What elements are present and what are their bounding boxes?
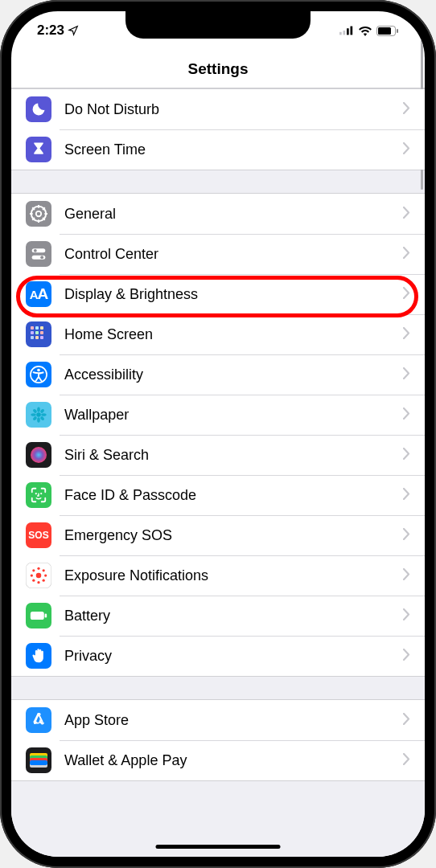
display-icon: AA [26,281,51,307]
settings-row-appstore[interactable]: App Store [11,700,425,740]
faceid-icon [26,482,51,508]
wallet-icon [26,747,51,773]
chevron-right-icon [403,568,410,583]
chevron-right-icon [403,448,410,463]
status-right [339,26,399,36]
settings-row-faceid[interactable]: Face ID & Passcode [11,475,425,515]
notch [125,11,311,39]
svg-point-34 [37,417,40,422]
page-title: Settings [188,60,249,78]
svg-rect-5 [378,27,391,35]
row-label: Accessibility [64,366,403,383]
svg-point-31 [37,369,40,372]
svg-point-37 [32,408,37,413]
svg-rect-29 [40,336,43,339]
settings-row-display[interactable]: AADisplay & Brightness [11,274,425,314]
svg-point-40 [39,416,44,420]
svg-point-36 [41,413,46,416]
svg-rect-54 [45,613,47,617]
row-label: App Store [64,712,403,729]
row-label: Control Center [64,246,403,263]
controlcenter-icon [26,241,51,267]
exposure-icon [26,563,51,588]
svg-rect-60 [30,760,47,765]
settings-section: Do Not DisturbScreen Time [11,88,425,170]
appstore-icon [26,707,51,733]
screen: 2:23 Settings Do Not DisturbScreen TimeG… [11,11,425,857]
settings-row-homescreen[interactable]: Home Screen [11,314,425,354]
screentime-icon [26,137,51,162]
settings-row-dnd[interactable]: Do Not Disturb [11,89,425,129]
privacy-icon [26,643,51,669]
svg-rect-26 [40,331,43,334]
svg-rect-2 [347,28,349,35]
settings-row-privacy[interactable]: Privacy [11,636,425,676]
settings-row-sos[interactable]: SOSEmergency SOS [11,515,425,555]
svg-point-47 [31,574,33,576]
svg-rect-21 [31,326,34,330]
chevron-right-icon [403,528,410,543]
navbar: Settings [11,50,425,88]
svg-point-18 [34,249,37,252]
chevron-right-icon [403,247,410,262]
settings-section: App StoreWallet & Apple Pay [11,699,425,781]
svg-point-35 [31,413,35,416]
svg-point-51 [32,579,35,582]
svg-point-43 [40,493,42,494]
svg-rect-25 [35,331,39,334]
iphone-device-frame: 2:23 Settings Do Not DisturbScreen TimeG… [0,0,436,868]
svg-point-42 [35,493,37,494]
chevron-right-icon [403,327,410,342]
chevron-right-icon [403,649,410,664]
location-arrow-icon [68,25,79,36]
svg-point-32 [36,412,41,417]
svg-rect-1 [343,31,346,35]
chevron-right-icon [403,407,410,423]
row-label: Wallet & Apple Pay [64,752,403,769]
settings-section: GeneralControl CenterAADisplay & Brightn… [11,193,425,677]
status-time: 2:23 [37,23,64,39]
row-label: Battery [64,608,403,624]
settings-row-controlcenter[interactable]: Control Center [11,234,425,274]
svg-point-39 [32,416,37,420]
status-left: 2:23 [37,23,79,39]
settings-row-wallet[interactable]: Wallet & Apple Pay [11,740,425,780]
row-label: Privacy [64,648,403,665]
row-label: Face ID & Passcode [64,487,403,504]
settings-list[interactable]: Do Not DisturbScreen TimeGeneralControl … [11,88,425,857]
svg-point-44 [36,573,42,579]
settings-row-battery[interactable]: Battery [11,596,425,636]
svg-point-41 [31,447,47,463]
battery-icon [26,603,51,628]
chevron-right-icon [403,102,410,117]
home-indicator[interactable] [156,845,281,849]
svg-rect-3 [351,27,353,35]
svg-point-46 [37,581,39,583]
accessibility-icon [26,362,51,387]
sos-icon: SOS [26,522,51,548]
settings-row-siri[interactable]: Siri & Search [11,435,425,475]
settings-row-exposure[interactable]: Exposure Notifications [11,555,425,596]
svg-rect-0 [339,32,342,35]
homescreen-icon [26,321,51,347]
svg-rect-53 [31,612,44,620]
row-label: Wallpaper [64,407,403,424]
row-label: Do Not Disturb [64,101,403,118]
svg-rect-22 [35,326,39,330]
svg-rect-6 [397,29,398,33]
svg-rect-23 [40,326,43,330]
settings-row-general[interactable]: General [11,194,425,234]
battery-icon [376,26,399,36]
svg-rect-24 [31,331,34,334]
chevron-right-icon [403,142,410,158]
svg-point-52 [43,579,45,582]
settings-row-accessibility[interactable]: Accessibility [11,354,425,395]
settings-row-wallpaper[interactable]: Wallpaper [11,395,425,435]
chevron-right-icon [403,608,410,624]
settings-row-screentime[interactable]: Screen Time [11,129,425,170]
row-label: Display & Brightness [64,286,403,303]
row-label: General [64,206,403,223]
chevron-right-icon [403,488,410,503]
chevron-right-icon [403,753,410,768]
row-label: Screen Time [64,141,403,158]
